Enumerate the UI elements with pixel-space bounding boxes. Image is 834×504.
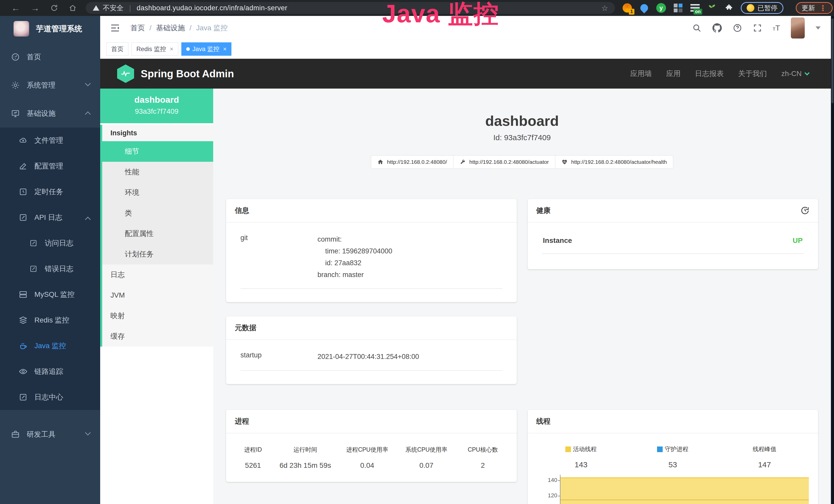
app-sidebar: 芋道管理系统 首页 系统管理 基础设施 bbox=[0, 16, 100, 504]
menu-item-metrics[interactable]: 性能 bbox=[102, 162, 213, 182]
font-size-icon[interactable]: тT bbox=[773, 24, 780, 32]
breadcrumb-infrastructure[interactable]: 基础设施 bbox=[156, 23, 185, 33]
reload-icon[interactable] bbox=[50, 4, 58, 12]
tab-java-monitor[interactable]: Java 监控 × bbox=[181, 42, 232, 56]
sba-instance-header[interactable]: dashboard 93a3fc7f7409 bbox=[100, 89, 213, 123]
back-icon[interactable]: ← bbox=[11, 3, 20, 13]
extension-sprout-icon[interactable] bbox=[707, 3, 717, 13]
forward-icon[interactable]: → bbox=[31, 3, 40, 13]
threads-legend: 活动线程 守护进程 线程峰值 143 53 147 bbox=[535, 443, 811, 469]
log-icon bbox=[29, 265, 38, 273]
sidebar-item-mysql-monitor[interactable]: MySQL 监控 bbox=[0, 282, 100, 307]
menu-item-environment[interactable]: 环境 bbox=[102, 182, 213, 203]
extensions-puzzle-icon[interactable] bbox=[724, 3, 734, 13]
menu-item-scheduled-tasks[interactable]: 计划任务 bbox=[102, 244, 213, 265]
menu-item-details[interactable]: 细节 bbox=[102, 141, 213, 162]
instance-links: http://192.168.0.2:48080/ http://192.168… bbox=[371, 155, 673, 169]
breadcrumb-current: Java 监控 bbox=[196, 23, 228, 33]
extension-y-icon[interactable]: y bbox=[656, 3, 666, 13]
extension-grid-icon[interactable] bbox=[673, 3, 683, 13]
legend-daemon-threads: 守护进程 bbox=[627, 445, 719, 453]
sidebar-item-access-logs[interactable]: 访问日志 bbox=[0, 230, 100, 256]
extension-pin-icon[interactable] bbox=[639, 3, 649, 13]
chevron-down-icon bbox=[85, 430, 91, 436]
menu-item-jvm[interactable]: JVM bbox=[102, 285, 213, 305]
extension-switch-icon[interactable]: on bbox=[690, 3, 700, 13]
sidebar-item-infrastructure[interactable]: 基础设施 bbox=[0, 99, 100, 128]
sba-brand[interactable]: Spring Boot Admin bbox=[117, 65, 234, 83]
site-security-chip[interactable]: 不安全 bbox=[92, 3, 124, 13]
sba-title: Spring Boot Admin bbox=[141, 68, 234, 79]
page-scrollbar[interactable] bbox=[831, 16, 834, 504]
gear-icon bbox=[11, 81, 20, 90]
search-icon[interactable] bbox=[692, 23, 701, 32]
service-url-button[interactable]: http://192.168.0.2:48080/ bbox=[371, 155, 454, 169]
sidebar-item-config-mgmt[interactable]: 配置管理 bbox=[0, 153, 100, 179]
fullscreen-icon[interactable] bbox=[753, 23, 762, 32]
sba-nav-wallboard[interactable]: 应用墙 bbox=[630, 69, 652, 78]
sidebar-item-home[interactable]: 首页 bbox=[0, 43, 100, 71]
app-logo-row[interactable]: 芋道管理系统 bbox=[0, 21, 100, 37]
metadata-card-title: 元数据 bbox=[235, 323, 256, 333]
history-icon[interactable] bbox=[800, 206, 809, 215]
menu-item-mappings[interactable]: 映射 bbox=[102, 305, 213, 326]
user-avatar[interactable] bbox=[791, 18, 805, 39]
sba-main: dashboard Id: 93a3fc7f7409 http://192.16… bbox=[213, 89, 831, 504]
sidebar-item-scheduled-jobs[interactable]: 定时任务 bbox=[0, 179, 100, 205]
close-icon[interactable]: × bbox=[223, 45, 226, 53]
screenshot-root: ← → 不安全 | dashboard.yudao.iocoder.cn/inf… bbox=[0, 0, 834, 504]
user-caret-icon[interactable] bbox=[815, 26, 821, 29]
info-git-row: git commit: time: 1596289704000 id: 27aa… bbox=[240, 233, 502, 289]
menu-item-caches[interactable]: 缓存 bbox=[102, 326, 213, 347]
paused-label: 已暂停 bbox=[758, 4, 777, 13]
browser-menu-icon[interactable]: ⋮ bbox=[819, 4, 827, 13]
sba-language-select[interactable]: zh-CN bbox=[781, 70, 809, 78]
emoji-face-icon bbox=[747, 4, 754, 12]
hamburger-icon[interactable] bbox=[110, 23, 120, 33]
sba-nav-journal[interactable]: 日志报表 bbox=[695, 69, 724, 78]
app-logo bbox=[13, 21, 29, 37]
health-card: 健康 Instance UP bbox=[528, 199, 818, 269]
sidebar-item-system-mgmt[interactable]: 系统管理 bbox=[0, 71, 100, 99]
help-icon[interactable] bbox=[733, 23, 742, 32]
tab-home[interactable]: 首页 bbox=[106, 42, 128, 56]
sidebar-item-error-logs[interactable]: 错误日志 bbox=[0, 256, 100, 282]
annotation-text: Java 监控 bbox=[382, 0, 499, 28]
sidebar-item-dev-tools[interactable]: 研发工具 bbox=[0, 420, 100, 449]
active-dot bbox=[186, 47, 190, 51]
sidebar-item-api-logs[interactable]: API 日志 bbox=[0, 205, 100, 230]
extension-colorzilla-icon[interactable]: 1 bbox=[622, 3, 632, 13]
tab-redis-monitor[interactable]: Redis 监控 × bbox=[132, 42, 178, 56]
sba-nav-applications[interactable]: 应用 bbox=[666, 69, 681, 78]
address-bar[interactable]: 不安全 | dashboard.yudao.iocoder.cn/infra/a… bbox=[86, 2, 615, 14]
timer-icon bbox=[19, 187, 28, 196]
menu-item-classes[interactable]: 类 bbox=[102, 203, 213, 223]
health-url-button[interactable]: http://192.168.0.2:48080/actuator/health bbox=[555, 155, 673, 169]
threads-chart: 140 120 100 bbox=[535, 475, 811, 504]
sidebar-item-java-monitor[interactable]: Java 监控 bbox=[0, 333, 100, 359]
github-icon[interactable] bbox=[712, 23, 722, 33]
breadcrumb-home[interactable]: 首页 bbox=[130, 23, 145, 33]
legend-live-threads: 活动线程 bbox=[535, 445, 627, 453]
chevron-down-icon bbox=[805, 70, 810, 75]
paused-extension-pill[interactable]: 已暂停 bbox=[741, 2, 784, 14]
menu-item-logs[interactable]: 日志 bbox=[102, 265, 213, 285]
bookmark-star-icon[interactable]: ☆ bbox=[601, 4, 608, 13]
infrastructure-submenu: 文件管理 配置管理 定时任务 bbox=[0, 128, 100, 410]
home-icon[interactable] bbox=[69, 4, 76, 12]
sidebar-item-file-mgmt[interactable]: 文件管理 bbox=[0, 128, 100, 153]
security-label: 不安全 bbox=[103, 3, 124, 13]
briefcase-icon bbox=[11, 430, 20, 439]
sidebar-item-log-center[interactable]: 日志中心 bbox=[0, 384, 100, 410]
sba-navbar: Spring Boot Admin 应用墙 应用 日志报表 关于我们 zh-CN bbox=[100, 59, 831, 89]
actuator-url-button[interactable]: http://192.168.0.2:48080/actuator bbox=[453, 155, 555, 169]
sidebar-item-tracing[interactable]: 链路追踪 bbox=[0, 359, 100, 384]
sba-nav-about[interactable]: 关于我们 bbox=[738, 69, 767, 78]
sidebar-item-redis-monitor[interactable]: Redis 监控 bbox=[0, 307, 100, 333]
chrome-update-button[interactable]: 更新 ⋮ bbox=[796, 2, 833, 14]
area-inner-line bbox=[561, 499, 809, 500]
scrollbar-thumb[interactable] bbox=[831, 19, 833, 103]
monitor-icon bbox=[11, 109, 20, 118]
menu-item-config-props[interactable]: 配置属性 bbox=[102, 223, 213, 244]
close-icon[interactable]: × bbox=[170, 45, 173, 53]
